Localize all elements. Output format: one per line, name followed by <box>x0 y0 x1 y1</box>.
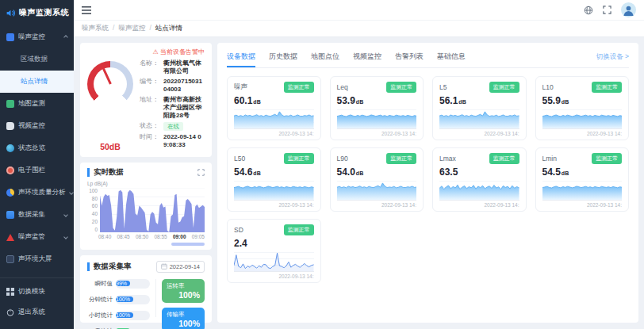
tab-basic-info[interactable]: 基础信息 <box>437 46 466 67</box>
topbar <box>74 0 644 20</box>
status-badge: 监测正常 <box>592 153 622 164</box>
hamburger-menu-icon[interactable] <box>82 6 91 14</box>
metric-value: 54.0 <box>337 166 355 178</box>
bar-label: 瞬时值 <box>87 280 116 288</box>
scrollbar-thumb[interactable] <box>171 243 205 246</box>
realtime-title: 实时数据 <box>87 168 124 176</box>
sidebar-item-label: 视频监控 <box>18 121 45 131</box>
switch-module-label: 切换模块 <box>18 287 45 296</box>
metric-sparkline <box>234 252 314 272</box>
sidebar-item-data-collection[interactable]: 数据采集 <box>0 204 74 226</box>
date-picker[interactable]: 2022-09-14 <box>156 261 205 273</box>
status-badge: 监测正常 <box>592 82 622 93</box>
progress-bar: 100% <box>116 311 150 320</box>
sidebar-nav: 噪声监控 区域数据 站点详情 地图监测 视频监控 状态总览 电子围栏 <box>0 26 74 277</box>
sidebar-item-noise-supervision[interactable]: 噪声监管 <box>0 226 74 248</box>
field-label: 名称： <box>140 59 163 75</box>
y-axis-ticks: 100 80 60 40 20 0 <box>87 188 100 232</box>
logout-label: 退出系统 <box>18 308 45 317</box>
device-data-panel: 设备数据 历史数据 地图点位 视频监控 告警列表 基础信息 切换设备 > 噪声监… <box>217 43 638 323</box>
realtime-chart: Lp dB(A) 100 80 60 40 20 0 <box>87 181 205 246</box>
sidebar-subitem-site-details[interactable]: 站点详情 <box>0 71 74 93</box>
sidebar-item-label: 状态总览 <box>18 143 45 153</box>
metric-card-noise: 噪声监测正常 60.1dB 2022-09-13 14: <box>227 76 321 140</box>
field-label: 编号： <box>140 78 163 94</box>
progress-bar: 99% <box>116 279 150 289</box>
metric-card-l90: L90监测正常 54.0dB 2022-09-13 14: <box>330 147 424 212</box>
switch-device-link[interactable]: 切换设备 > <box>596 52 629 62</box>
status-badge: 监测正常 <box>386 153 416 164</box>
bar-label: 分钟统计 <box>87 296 116 304</box>
map-icon <box>6 100 14 108</box>
metric-timestamp: 2022-09-13 14: <box>439 202 519 208</box>
gauge-ring <box>87 61 133 107</box>
metric-card-lmin: Lmin监测正常 54.5dB 2022-09-13 14: <box>535 147 630 212</box>
metric-name: Leq <box>337 83 348 91</box>
metric-timestamp: 2022-09-13 14: <box>542 131 623 136</box>
device-info-card: ⚠ 当前设备告警中 50dB 名称：衢州杭氧气体有限公司 编号：20220715… <box>80 43 212 157</box>
tabs: 设备数据 历史数据 地图点位 视频监控 告警列表 基础信息 切换设备 > <box>227 46 629 68</box>
app-logo: 噪声监测系统 <box>0 0 74 26</box>
metric-sparkline <box>337 181 417 201</box>
bar-chart-icon <box>6 211 14 219</box>
metric-unit: dB <box>253 99 260 105</box>
metric-card-sd: SD监测正常 2.4 2022-09-13 14: <box>227 219 321 283</box>
metric-sparkline <box>439 181 519 201</box>
tab-history-data[interactable]: 历史数据 <box>269 46 297 67</box>
metric-value: 60.1 <box>234 95 252 106</box>
sidebar-item-label: 声环境质量分析 <box>18 188 66 197</box>
left-column: ⚠ 当前设备告警中 50dB 名称：衢州杭氧气体有限公司 编号：20220715… <box>80 43 212 323</box>
logout-button[interactable]: 退出系统 <box>0 302 74 323</box>
status-badge: 监测正常 <box>489 153 519 164</box>
tab-alarm-list[interactable]: 告警列表 <box>395 46 424 67</box>
status-badge: 监测正常 <box>284 82 314 93</box>
metric-card-l10: L10监测正常 55.9dB 2022-09-13 14: <box>535 76 630 140</box>
tab-device-data[interactable]: 设备数据 <box>227 46 255 67</box>
sidebar-item-status-overview[interactable]: 状态总览 <box>0 137 74 159</box>
pie-chart-icon <box>6 189 14 197</box>
metric-unit: dB <box>356 170 363 176</box>
sidebar-item-acoustic-big-screen[interactable]: 声环境大屏 <box>0 248 74 270</box>
metric-sparkline <box>234 181 314 201</box>
switch-module-button[interactable]: 切换模块 <box>0 281 74 302</box>
metric-grid: 噪声监测正常 60.1dB 2022-09-13 14: Leq监测正常 53.… <box>227 76 629 283</box>
stat-card-transmission-rate: 传输率100% <box>162 308 205 329</box>
fullscreen-icon[interactable] <box>603 6 611 14</box>
metric-sparkline <box>542 109 623 129</box>
language-globe-icon[interactable] <box>584 6 593 15</box>
power-icon <box>6 308 14 316</box>
app-title: 噪声监测系统 <box>19 7 69 18</box>
metric-timestamp: 2022-09-13 14: <box>337 202 417 208</box>
expand-icon[interactable] <box>197 169 205 176</box>
chevron-up-icon <box>63 35 68 40</box>
metric-value: 56.1 <box>439 95 458 106</box>
metric-timestamp: 2022-09-13 14: <box>234 202 314 208</box>
metric-unit: dB <box>562 170 569 176</box>
sidebar-item-video-surveillance[interactable]: 视频监控 <box>0 115 74 137</box>
metric-sparkline <box>439 109 519 129</box>
device-name: 衢州杭氧气体有限公司 <box>163 59 205 75</box>
metric-sparkline <box>337 109 417 129</box>
screen-icon <box>6 255 14 263</box>
breadcrumb-item-current: 站点详情 <box>155 24 182 33</box>
gauge-value: 50dB <box>87 142 133 151</box>
metric-value: 63.5 <box>439 166 458 178</box>
user-avatar[interactable] <box>621 2 636 17</box>
metric-name: Lmax <box>439 155 456 163</box>
breadcrumb-item[interactable]: 噪声监控 <box>118 24 155 33</box>
sidebar-subitem-region-data[interactable]: 区域数据 <box>0 48 74 71</box>
field-label: 时间： <box>140 133 163 149</box>
grid-module-icon <box>6 288 14 296</box>
metric-card-l50: L50监测正常 54.6dB 2022-09-13 14: <box>227 147 321 212</box>
sidebar-item-acoustic-quality-analysis[interactable]: 声环境质量分析 <box>0 182 74 204</box>
tab-video-surveillance[interactable]: 视频监控 <box>353 46 381 67</box>
sidebar-item-noise-monitoring[interactable]: 噪声监控 <box>0 26 74 48</box>
tab-map-point[interactable]: 地图点位 <box>311 46 339 67</box>
sidebar-item-map-monitoring[interactable]: 地图监测 <box>0 93 74 115</box>
metric-value: 53.9 <box>337 95 355 106</box>
metric-name: Lmin <box>542 155 557 163</box>
sidebar-item-electronic-fence[interactable]: 电子围栏 <box>0 159 74 182</box>
breadcrumb-item[interactable]: 噪声系统 <box>82 24 118 33</box>
metric-name: 噪声 <box>234 82 247 92</box>
y-axis-label: Lp dB(A) <box>87 181 205 186</box>
